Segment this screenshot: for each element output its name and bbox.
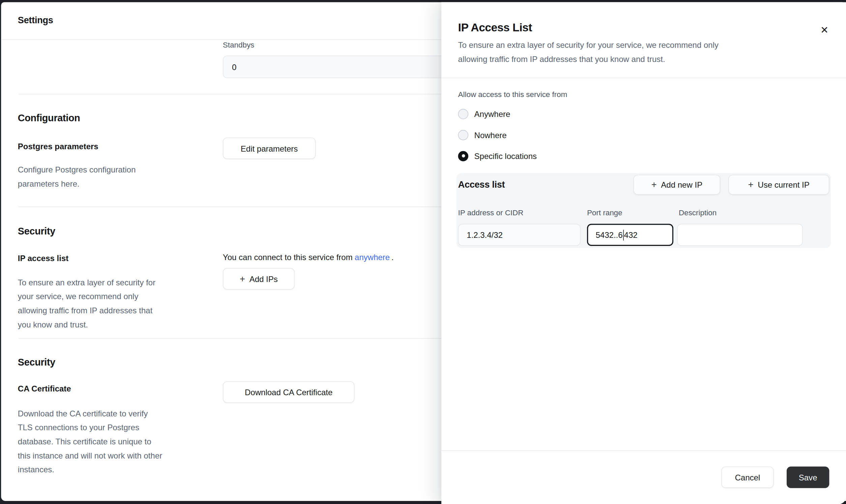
cancel-button[interactable]: Cancel bbox=[721, 467, 774, 488]
security-ip-description: To ensure an extra layer of security for… bbox=[18, 275, 196, 331]
download-ca-certificate-button[interactable]: Download CA Certificate bbox=[223, 381, 355, 403]
radio-circle-icon[interactable] bbox=[458, 109, 468, 119]
add-ips-button[interactable]: + Add IPs bbox=[223, 268, 295, 290]
description-input[interactable] bbox=[677, 224, 803, 246]
standbys-label: Standbys bbox=[223, 40, 254, 49]
column-port-range: Port range bbox=[587, 208, 622, 217]
column-description: Description bbox=[679, 208, 717, 217]
add-ips-label: Add IPs bbox=[249, 274, 278, 283]
postgres-parameters-label: Postgres parameters bbox=[18, 142, 99, 151]
access-list-heading: Access list bbox=[458, 180, 505, 190]
plus-icon: + bbox=[651, 180, 656, 189]
radio-circle-icon[interactable] bbox=[458, 130, 468, 140]
radio-specific-locations[interactable]: Specific locations bbox=[458, 150, 537, 161]
drawer-title: IP Access List bbox=[458, 21, 532, 34]
radio-anywhere-label: Anywhere bbox=[474, 109, 510, 118]
text-caret bbox=[623, 230, 623, 240]
column-ip-address: IP address or CIDR bbox=[458, 208, 524, 217]
ca-certificate-label: CA Certificate bbox=[18, 384, 71, 393]
port-range-input[interactable]: 5432..6432 bbox=[587, 224, 673, 246]
use-current-ip-button[interactable]: + Use current IP bbox=[728, 175, 829, 195]
close-icon[interactable]: ✕ bbox=[817, 22, 832, 38]
security-ca-heading: Security bbox=[18, 357, 55, 368]
save-label: Save bbox=[799, 473, 817, 482]
edit-parameters-label: Edit parameters bbox=[241, 144, 298, 153]
anywhere-link[interactable]: anywhere bbox=[355, 252, 390, 262]
drawer-header-divider bbox=[441, 78, 846, 78]
connect-prefix: You can connect to this service from bbox=[223, 252, 353, 262]
save-button[interactable]: Save bbox=[787, 467, 829, 488]
add-new-ip-button[interactable]: + Add new IP bbox=[633, 175, 720, 195]
radio-selected-icon[interactable] bbox=[458, 150, 468, 161]
drawer-footer-divider bbox=[441, 450, 846, 451]
app-window: Settings Standbys 0 Configuration Postgr… bbox=[0, 0, 846, 504]
cancel-label: Cancel bbox=[735, 473, 760, 482]
drawer-subtitle: To ensure an extra layer of security for… bbox=[458, 38, 809, 66]
standbys-input[interactable]: 0 bbox=[223, 56, 455, 78]
ip-address-value: 1.2.3.4/32 bbox=[467, 231, 503, 239]
page-title: Settings bbox=[18, 15, 53, 26]
download-ca-label: Download CA Certificate bbox=[245, 388, 332, 397]
radio-nowhere-label: Nowhere bbox=[474, 130, 507, 140]
connect-suffix: . bbox=[391, 252, 394, 262]
edit-parameters-button[interactable]: Edit parameters bbox=[223, 138, 316, 159]
connect-status-text: You can connect to this service fromanyw… bbox=[223, 252, 394, 262]
security-ca-description: Download the CA certificate to verify TL… bbox=[18, 407, 204, 477]
plus-icon: + bbox=[240, 274, 245, 283]
radio-anywhere[interactable]: Anywhere bbox=[458, 108, 510, 119]
ip-address-input[interactable]: 1.2.3.4/32 bbox=[458, 224, 580, 246]
security-ip-heading: Security bbox=[18, 226, 55, 237]
ip-access-list-drawer: IP Access List ✕ To ensure an extra laye… bbox=[441, 2, 846, 504]
radio-nowhere[interactable]: Nowhere bbox=[458, 129, 507, 140]
standbys-value: 0 bbox=[232, 62, 236, 71]
ip-access-list-label: IP access list bbox=[18, 253, 68, 263]
radio-specific-locations-label: Specific locations bbox=[474, 151, 537, 160]
configuration-heading: Configuration bbox=[18, 113, 80, 124]
configuration-description: Configure Postgres configuration paramet… bbox=[18, 163, 186, 191]
plus-icon: + bbox=[748, 180, 754, 189]
add-new-ip-label: Add new IP bbox=[661, 180, 702, 189]
access-list-panel: Access list + Add new IP + Use current I… bbox=[456, 173, 831, 248]
port-range-value-before-caret: 5432..6 bbox=[596, 231, 622, 239]
port-range-value-after-caret: 432 bbox=[624, 231, 637, 239]
allow-access-label: Allow access to this service from bbox=[458, 90, 567, 99]
use-current-ip-label: Use current IP bbox=[758, 180, 809, 189]
